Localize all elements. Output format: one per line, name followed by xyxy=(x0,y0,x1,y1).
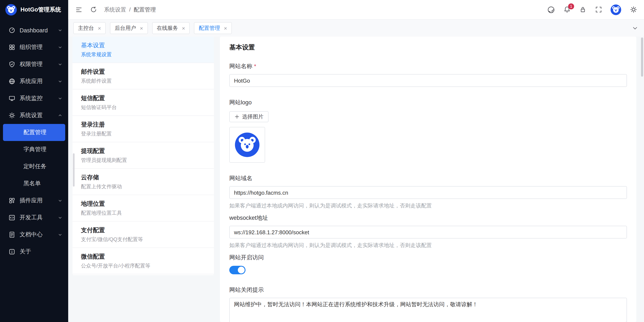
gear-icon xyxy=(8,112,15,119)
site-open-toggle[interactable] xyxy=(229,266,246,274)
sidebar-item-docs[interactable]: 文档中心 xyxy=(0,226,68,243)
page-scrollbar-thumb[interactable] xyxy=(641,37,643,77)
form-title: 基本设置 xyxy=(229,43,627,51)
site-domain-label: 网站域名 xyxy=(229,175,627,182)
tab-close-icon[interactable]: × xyxy=(182,25,185,31)
sidebar-item-apps[interactable]: 系统应用 xyxy=(0,73,68,90)
chevron-down-icon xyxy=(57,95,63,101)
sidebar-subitem-cron[interactable]: 定时任务 xyxy=(3,158,65,175)
site-logo-thumbnail[interactable] xyxy=(229,127,265,163)
websocket-input[interactable] xyxy=(229,226,627,239)
lock-icon[interactable] xyxy=(579,6,586,13)
sidebar-item-label: 权限管理 xyxy=(20,60,57,68)
settings-nav-subtitle: 配置上传文件驱动 xyxy=(81,183,206,190)
sidebar-item-about[interactable]: 关于 xyxy=(0,243,68,260)
site-logo-image xyxy=(234,132,260,158)
sidebar-item-settings[interactable]: 系统设置 xyxy=(0,107,68,124)
settings-nav-email[interactable]: 邮件设置 系统邮件设置 xyxy=(72,63,214,89)
site-domain-input[interactable] xyxy=(229,186,627,199)
settings-nav-login[interactable]: 登录注册 登录注册配置 xyxy=(72,116,214,142)
breadcrumb: 系统设置 / 配置管理 xyxy=(104,6,156,13)
site-domain-helper-text: 如果客户端通过本地或内网访问，则认为是调试模式，走实际请求地址，否则走该配置 xyxy=(229,202,627,209)
reload-icon[interactable] xyxy=(90,6,97,13)
tab-close-icon[interactable]: × xyxy=(140,25,143,31)
sidebar-subitem-label: 定时任务 xyxy=(24,163,46,170)
nav-card-scrollbar-thumb[interactable] xyxy=(73,153,74,187)
content-area: 基本设置 系统常规设置 邮件设置 系统邮件设置 短信配置 短信验证码平台 登录注… xyxy=(68,37,644,322)
chevron-down-icon xyxy=(57,215,63,221)
user-avatar[interactable] xyxy=(610,4,622,15)
settings-nav-basic[interactable]: 基本设置 系统常规设置 xyxy=(72,37,214,63)
close-tip-label: 网站关闭提示 xyxy=(229,286,627,294)
tab-bar: 主控台 × 后台用户 × 在线服务 × 配置管理 × xyxy=(68,19,644,37)
sidebar-subitem-config[interactable]: 配置管理 xyxy=(3,124,65,141)
settings-nav-withdraw[interactable]: 提现配置 管理员提现规则配置 xyxy=(72,142,214,169)
grid-plus-icon xyxy=(8,197,15,204)
tab-label: 配置管理 xyxy=(199,24,220,32)
menu-collapse-icon[interactable] xyxy=(75,6,83,13)
tab-options-chevron-icon[interactable] xyxy=(631,24,639,32)
settings-nav-subtitle: 登录注册配置 xyxy=(81,130,206,138)
settings-nav-subtitle: 管理员提现规则配置 xyxy=(81,157,206,164)
settings-nav-title: 地理位置 xyxy=(81,199,206,208)
sidebar-subitem-label: 配置管理 xyxy=(24,129,46,136)
sidebar-item-label: Dashboard xyxy=(20,27,57,33)
sidebar-subitem-dict[interactable]: 字典管理 xyxy=(3,141,65,158)
settings-nav-subtitle: 系统邮件设置 xyxy=(81,77,206,85)
tab-dashboard[interactable]: 主控台 × xyxy=(73,22,106,34)
sidebar-item-plugins[interactable]: 插件应用 xyxy=(0,192,68,209)
sidebar-subitem-label: 字典管理 xyxy=(24,146,46,153)
sidebar-item-monitor[interactable]: 系统监控 xyxy=(0,90,68,107)
settings-nav-wechat[interactable]: 微信配置 公众号/开放平台/小程序配置等 xyxy=(72,248,214,274)
settings-nav-title: 微信配置 xyxy=(81,252,206,261)
sidebar-subitem-blacklist[interactable]: 黑名单 xyxy=(3,175,65,192)
site-open-label: 网站开启访问 xyxy=(229,254,627,262)
site-name-input[interactable] xyxy=(229,74,627,87)
settings-nav-storage[interactable]: 云存储 配置上传文件驱动 xyxy=(72,169,214,195)
settings-gear-icon[interactable] xyxy=(630,6,637,13)
choose-image-button[interactable]: 选择图片 xyxy=(229,111,268,122)
monitor-icon xyxy=(8,95,15,102)
fullscreen-icon[interactable] xyxy=(594,6,602,13)
settings-nav-subtitle: 系统常规设置 xyxy=(81,51,206,58)
app-logo-row[interactable]: HotGo管理系统 xyxy=(0,0,68,19)
settings-nav-subtitle: 支付宝/微信/QQ支付配置等 xyxy=(81,236,206,243)
settings-nav-subtitle: 公众号/开放平台/小程序配置等 xyxy=(81,262,206,270)
close-tip-textarea[interactable]: 网站维护中，暂时无法访问！本网站正在进行系统维护和技术升级，网站暂时无法访问，敬… xyxy=(229,298,627,322)
sidebar-item-dashboard[interactable]: Dashboard xyxy=(0,22,68,39)
sidebar-item-permission[interactable]: 权限管理 xyxy=(0,56,68,73)
grid-icon xyxy=(8,44,15,51)
tab-close-icon[interactable]: × xyxy=(98,25,101,31)
main-area: 系统设置 / 配置管理 1 主控台 × 后台用 xyxy=(68,0,644,322)
sidebar-subitem-label: 黑名单 xyxy=(24,180,41,187)
basic-settings-form-card: 基本设置 网站名称* 网站logo 选择图片 网站域名 如果客户端通过本地或内网… xyxy=(220,37,636,322)
document-icon xyxy=(8,231,15,238)
tab-label: 后台用户 xyxy=(115,24,136,32)
settings-nav-title: 支付配置 xyxy=(81,226,206,234)
sidebar-item-label: 系统应用 xyxy=(20,77,57,85)
notification-badge: 1 xyxy=(568,3,574,9)
settings-nav-sms[interactable]: 短信配置 短信验证码平台 xyxy=(72,89,214,116)
sidebar-item-label: 文档中心 xyxy=(20,231,57,239)
breadcrumb-parent[interactable]: 系统设置 xyxy=(104,6,126,13)
settings-nav-geo[interactable]: 地理位置 配置地理位置工具 xyxy=(72,195,214,222)
chevron-down-icon xyxy=(57,232,63,238)
app-logo-icon xyxy=(5,3,17,15)
app-title: HotGo管理系统 xyxy=(20,6,61,13)
sidebar-item-label: 关于 xyxy=(20,248,63,256)
tab-config-manage[interactable]: 配置管理 × xyxy=(194,22,232,34)
sidebar-item-org[interactable]: 组织管理 xyxy=(0,39,68,56)
breadcrumb-current: 配置管理 xyxy=(134,6,156,13)
github-icon[interactable] xyxy=(547,6,555,13)
sidebar-item-devtools[interactable]: 开发工具 xyxy=(0,209,68,226)
required-asterisk: * xyxy=(254,63,256,69)
tab-close-icon[interactable]: × xyxy=(224,25,227,31)
top-header: 系统设置 / 配置管理 1 xyxy=(68,0,644,19)
tab-online-service[interactable]: 在线服务 × xyxy=(152,22,190,34)
notification-bell-icon[interactable]: 1 xyxy=(563,6,571,13)
tab-label: 主控台 xyxy=(78,24,94,32)
settings-nav-pay[interactable]: 支付配置 支付宝/微信/QQ支付配置等 xyxy=(72,222,214,248)
globe-icon xyxy=(8,78,15,85)
tab-admin-users[interactable]: 后台用户 × xyxy=(110,22,148,34)
site-logo-label: 网站logo xyxy=(229,99,627,106)
